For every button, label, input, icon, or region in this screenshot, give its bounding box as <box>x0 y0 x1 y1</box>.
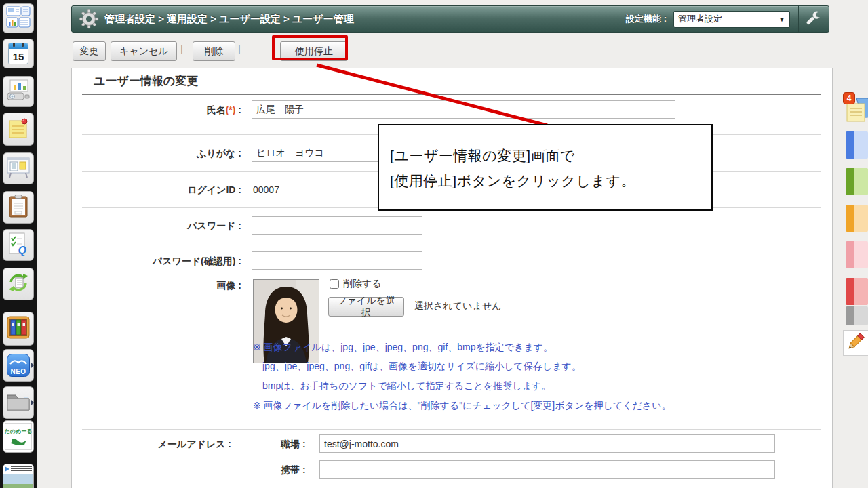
password-confirm-label: パスワード(確認用) : <box>85 256 241 268</box>
change-button[interactable]: 変更 <box>73 41 106 61</box>
notification-count-badge: 4 <box>843 92 855 104</box>
admin-header: 管理者設定 > 運用設定 > ユーザー設定 > ユーザー管理 設定機能 : 管理… <box>71 5 829 33</box>
suspend-button[interactable]: 使用停止 <box>280 41 348 61</box>
sidebar-item-document-management[interactable] <box>3 312 34 346</box>
file-separator <box>408 297 408 315</box>
wrench-button[interactable] <box>799 6 829 32</box>
row-divider <box>82 429 821 430</box>
survey-icon: Q <box>7 232 29 258</box>
page-title: ユーザー情報の変更 <box>94 73 198 89</box>
sidebar-item-circular[interactable] <box>3 191 34 224</box>
sidebar-item-edit[interactable] <box>843 330 868 356</box>
login-id-value: 00007 <box>253 184 279 195</box>
settings-function-select[interactable]: 管理者設定 ▼ <box>673 11 790 28</box>
sidebar-item-workflow[interactable] <box>3 268 34 300</box>
sidebar-item-portal[interactable] <box>3 3 34 33</box>
notification-note-icon <box>844 116 868 127</box>
ad-banner-image <box>3 464 33 488</box>
cancel-button[interactable]: キャンセル <box>111 41 177 61</box>
sidebar-item-memo[interactable] <box>3 113 34 146</box>
password-input[interactable] <box>252 216 422 235</box>
sidebar-item-folder[interactable] <box>3 386 34 419</box>
neo-icon: NEO <box>7 354 30 377</box>
workflow-icon <box>7 271 30 297</box>
image-note: ※ 画像ファイルは、jpg、jpe、jpeg、png、gif、bmpを指定できま… <box>253 342 553 354</box>
delete-image-checkbox[interactable] <box>330 279 339 289</box>
password-label: パスワード : <box>85 220 241 232</box>
image-note: bmpは、お手持ちのソフトで縮小して指定することを推奨します。 <box>253 380 551 392</box>
callout-line-1: [ユーザー情報の変更]画面で <box>390 143 711 168</box>
mobile-email-input[interactable] <box>319 460 775 479</box>
sidebar-item-survey[interactable]: Q <box>3 229 34 261</box>
row-divider <box>82 243 821 243</box>
green-tab[interactable] <box>846 168 868 195</box>
row-divider <box>82 279 821 279</box>
title-rule <box>82 94 821 95</box>
chevron-down-icon: ▼ <box>778 16 785 23</box>
gear-icon <box>79 9 99 29</box>
clipboard-icon <box>9 195 28 220</box>
sidebar-item-presentation[interactable] <box>3 76 34 107</box>
sidebar-item-calendar[interactable]: 15 <box>3 39 34 68</box>
delete-button[interactable]: 削除 <box>193 41 235 61</box>
settings-function-value: 管理者設定 <box>678 13 722 25</box>
image-note: jpg、jpe、jpeg、png、gifは、画像を適切なサイズに縮小して保存しま… <box>253 361 581 373</box>
expand-arrow-icon[interactable] <box>31 399 34 406</box>
memo-icon <box>8 117 28 142</box>
sidebar-item-tanomail[interactable]: たのめーる <box>3 420 34 453</box>
blue-tab[interactable] <box>846 131 868 159</box>
work-email-input[interactable] <box>319 434 775 453</box>
paper-plane-icon <box>5 466 9 472</box>
orange-tab[interactable] <box>846 205 868 232</box>
furigana-label: ふりがな : <box>85 148 241 160</box>
calendar-icon: 15 <box>8 43 28 64</box>
delete-image-label: 削除する <box>343 278 382 290</box>
name-input[interactable] <box>252 100 675 119</box>
pink-tab[interactable] <box>846 241 868 268</box>
name-label: 氏名(*) : <box>85 104 241 117</box>
sidebar-item-bulletin-board[interactable] <box>3 152 34 184</box>
toolbar-separator: | <box>238 43 241 54</box>
left-app-rail: 15 <box>0 0 37 488</box>
work-email-label: 職場 : <box>281 439 306 451</box>
binders-icon <box>7 316 30 342</box>
presentation-icon <box>7 79 30 104</box>
red-tab[interactable] <box>846 278 868 305</box>
tanomail-logo: たのめーる <box>5 423 32 450</box>
sidebar-item-notifications[interactable]: 4 <box>844 94 868 125</box>
breadcrumb: 管理者設定 > 運用設定 > ユーザー設定 > ユーザー管理 <box>104 13 354 26</box>
toolbar-separator: | <box>180 43 183 54</box>
image-note: ※ 画像ファイルを削除したい場合は、"削除する"にチェックして[変更]ボタンを押… <box>253 400 671 412</box>
image-label: 画像 : <box>85 280 241 292</box>
mobile-email-label: 携帯 : <box>281 464 306 476</box>
password-confirm-input[interactable] <box>252 251 422 270</box>
calendar-day: 15 <box>9 49 28 64</box>
settings-function-label: 設定機能 : <box>626 13 667 25</box>
sidebar-item-ad-banner[interactable] <box>3 464 34 488</box>
bulletin-board-icon <box>7 157 30 181</box>
choose-file-button[interactable]: ファイルを選択 <box>328 297 404 317</box>
annotation-callout: [ユーザー情報の変更]画面で [使用停止]ボタンをクリックします。 <box>378 124 713 211</box>
email-label: メールアドレス : <box>85 439 231 451</box>
folder-icon <box>6 391 31 414</box>
pencil-icon <box>846 331 866 354</box>
portal-icon <box>6 6 31 30</box>
callout-line-2: [使用停止]ボタンをクリックします。 <box>390 168 711 193</box>
file-status: 選択されていません <box>414 300 501 312</box>
login-id-label: ログインID : <box>85 184 241 197</box>
required-mark: (*) <box>226 104 236 115</box>
expand-arrow-icon[interactable] <box>31 362 34 369</box>
sidebar-item-neo[interactable]: NEO <box>3 349 34 382</box>
gray-tab[interactable] <box>846 306 868 325</box>
wrench-icon <box>805 9 823 29</box>
